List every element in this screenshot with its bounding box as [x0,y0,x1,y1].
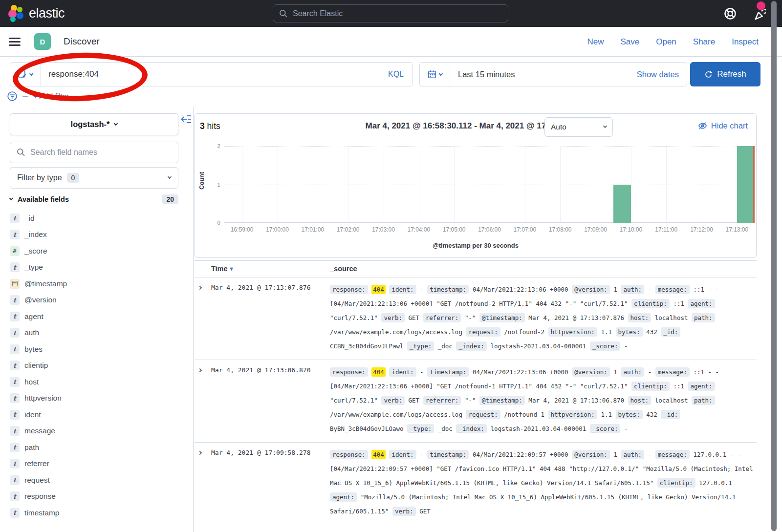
refresh-button[interactable]: Refresh [690,62,760,86]
field-name: @version [24,296,57,304]
field-item-request[interactable]: trequest [10,472,184,489]
x-tick-label: 16:59:00 [231,226,254,233]
field-label-badge: _id: [661,410,680,419]
open-button[interactable]: Open [656,37,676,47]
field-type-string-icon: t [10,295,20,305]
time-range-value[interactable]: Last 15 minutes [450,70,637,79]
saved-query-menu-button[interactable] [10,63,41,86]
field-label-badge: _index: [456,341,487,351]
field-label-badge: response: [330,450,368,459]
field-item-message[interactable]: tmessage [10,423,184,440]
elastic-wordmark: elastic [29,6,65,21]
field-item-_score[interactable]: #_score [10,243,184,259]
field-label-badge: verb: [392,507,416,516]
date-quick-menu-button[interactable] [420,63,450,86]
field-label-badge: bytes: [616,410,643,419]
available-fields-count-badge: 20 [162,194,178,204]
x-tick-label: 17:11:00 [655,226,677,233]
hide-chart-button[interactable]: Hide chart [698,121,748,130]
add-filter-button[interactable]: + Add filter [33,92,69,101]
search-icon [17,148,25,157]
expand-row-icon[interactable] [198,286,202,290]
field-label-badge: clientip: [631,299,670,308]
field-item-clientip[interactable]: tclientip [10,358,184,374]
global-header: elastic Search Elastic [0,0,782,27]
field-item-bytes[interactable]: tbytes [10,341,184,358]
row-source: response: 404 ident: - timestamp: 04/Mar… [330,365,757,436]
discover-app-icon[interactable]: D [34,33,51,50]
query-language-button[interactable]: KQL [379,67,413,82]
histogram-bar[interactable] [737,146,755,223]
divider [28,33,28,51]
field-item-@version[interactable]: t@version [10,292,184,309]
save-button[interactable]: Save [620,37,639,47]
field-name: referrer [24,459,49,468]
field-label-badge: _id: [661,327,680,337]
field-item-httpversion[interactable]: thttpversion [10,390,184,407]
filter-by-type-select[interactable]: Filter by type 0 [10,167,178,189]
global-search-input[interactable]: Search Elastic [273,4,508,22]
doc-table-header: Time▾ _source [195,260,757,277]
field-label-badge: referrer: [423,396,461,405]
histogram-plot[interactable]: 012 [224,146,755,223]
field-label-badge: auth: [621,450,644,459]
help-icon[interactable] [723,7,737,21]
field-type-string-icon: t [10,443,20,452]
time-column-header[interactable]: Time▾ [211,265,233,273]
table-row: Mar 4, 2021 @ 17:13:07.876response: 404 … [195,277,757,360]
refresh-icon [704,70,713,79]
x-tick-label: 17:10:00 [619,226,642,233]
elastic-logo-icon[interactable] [7,4,24,22]
page-scrollbar[interactable] [771,1,777,531]
field-label-badge: timestamp: [427,367,469,377]
index-pattern-select[interactable]: logstash-* [10,113,178,135]
field-label-badge: _score: [590,341,621,351]
field-item-referrer[interactable]: treferrer [10,456,184,472]
field-item-host[interactable]: thost [10,374,184,390]
field-label-badge: ident: [389,367,416,377]
filter-icon[interactable] [7,91,18,102]
field-name: path [24,443,39,452]
x-tick-label: 17:02:00 [337,226,360,233]
x-tick-label: 17:04:00 [407,226,430,233]
x-tick-label: 17:06:00 [478,226,501,233]
x-tick-label: 17:00:00 [266,226,289,233]
new-button[interactable]: New [587,37,604,47]
histogram-panel: 3 hits Mar 4, 2021 @ 16:58:30.112 - Mar … [195,113,757,258]
field-item-agent[interactable]: tagent [10,308,184,325]
field-item-timestamp[interactable]: ttimestamp [10,505,184,521]
field-item-auth[interactable]: tauth [10,325,184,341]
x-tick-label: 17:08:00 [549,226,572,233]
field-label-badge: response: [330,367,368,377]
menu-icon[interactable] [9,38,21,46]
expand-row-icon[interactable] [198,368,202,372]
field-type-string-icon: t [10,508,20,518]
field-item-_index[interactable]: t_index [10,227,184,243]
field-item-ident[interactable]: tident [10,406,184,423]
field-item-path[interactable]: tpath [10,439,184,456]
y-tick-label: 2 [206,143,220,149]
share-button[interactable]: Share [693,37,715,47]
row-source: response: 404 ident: - timestamp: 04/Mar… [330,447,757,518]
inspect-button[interactable]: Inspect [732,37,759,47]
field-search-input[interactable]: Search field names [10,142,178,163]
expand-row-icon[interactable] [198,451,202,455]
sort-desc-icon: ▾ [230,265,233,272]
collapse-sidebar-icon[interactable] [181,114,192,124]
field-label-badge: host: [628,396,652,405]
field-item-response[interactable]: tresponse [10,489,184,505]
show-dates-button[interactable]: Show dates [637,70,687,79]
chevron-down-icon [9,196,13,200]
field-name: clientip [24,361,48,370]
doc-table: Mar 4, 2021 @ 17:13:07.876response: 404 … [195,277,757,532]
field-item-_id[interactable]: t_id [10,210,184,227]
field-label-badge: httpversion: [548,327,597,337]
histogram-bar[interactable] [613,185,631,223]
query-input[interactable]: response:404 [41,69,379,79]
available-fields-header[interactable]: Available fields 20 [10,194,178,204]
chevron-down-icon [603,124,607,128]
field-item-_type[interactable]: t_type [10,259,184,276]
interval-select[interactable]: Auto [544,117,613,137]
field-item-@timestamp[interactable]: @timestamp [10,276,184,292]
search-icon [279,9,288,18]
